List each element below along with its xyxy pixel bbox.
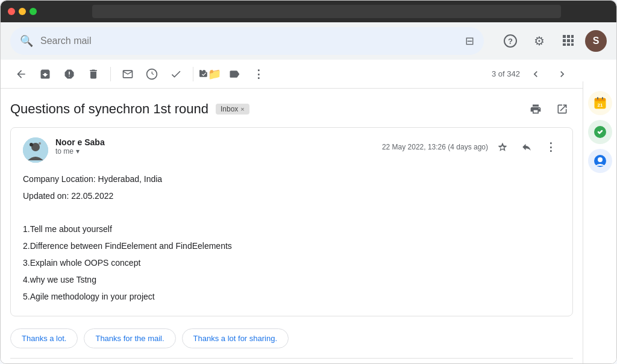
- email-message: Noor e Saba to me ▾ 22 May 2022, 13:26 (…: [10, 127, 573, 316]
- print-button[interactable]: [525, 98, 547, 120]
- email-date: 22 May 2022, 13:26 (4 days ago): [382, 143, 488, 151]
- close-dot[interactable]: [8, 8, 15, 15]
- prev-email-button[interactable]: [525, 63, 547, 85]
- svg-rect-5: [571, 39, 574, 42]
- chevron-down-icon: ▾: [76, 147, 80, 155]
- svg-rect-4: [567, 39, 570, 42]
- header-icons: ? ⚙ S: [498, 29, 607, 53]
- page-info: 3 of 342: [492, 69, 520, 78]
- svg-rect-8: [571, 43, 574, 46]
- filter-icon[interactable]: ⊟: [465, 34, 474, 48]
- svg-rect-2: [571, 35, 574, 38]
- toolbar-divider-1: [110, 67, 111, 81]
- back-button[interactable]: [10, 63, 32, 85]
- sender-info: Noor e Saba to me ▾: [55, 137, 382, 155]
- gmail-app: 🔍 ⊟ ? ⚙ S: [1, 22, 616, 364]
- help-button[interactable]: ?: [498, 29, 522, 53]
- user-avatar[interactable]: S: [585, 30, 607, 52]
- sender-to[interactable]: to me ▾: [55, 147, 382, 155]
- svg-point-20: [598, 157, 603, 162]
- sidebar-add-button[interactable]: +: [588, 361, 612, 364]
- svg-text:21: 21: [597, 102, 603, 108]
- svg-rect-7: [567, 43, 570, 46]
- gear-icon: ⚙: [534, 34, 545, 48]
- delete-button[interactable]: [83, 63, 104, 85]
- sidebar-tasks-button[interactable]: [588, 120, 612, 144]
- sender-name: Noor e Saba: [55, 137, 382, 147]
- reply-divider: [10, 358, 573, 359]
- svg-rect-16: [602, 97, 603, 99]
- svg-rect-1: [567, 35, 570, 38]
- apps-icon: [562, 34, 574, 48]
- svg-rect-14: [595, 98, 606, 101]
- move-to-button[interactable]: 📁: [199, 63, 221, 85]
- inbox-badge[interactable]: Inbox ×: [216, 104, 249, 115]
- svg-point-11: [30, 143, 33, 146]
- more-email-options[interactable]: ⋮: [541, 137, 560, 157]
- titlebar: [1, 1, 616, 22]
- help-icon: ?: [504, 34, 517, 48]
- window-controls: [8, 8, 37, 15]
- search-icon: 🔍: [20, 34, 33, 48]
- email-body: Company Location: Hyderabad, India Updat…: [23, 172, 560, 304]
- email-subject: Questions of synechron 1st round: [10, 101, 208, 117]
- quick-reply-thanks-mail[interactable]: Thanks for the mail.: [84, 328, 175, 348]
- email-header: Noor e Saba to me ▾ 22 May 2022, 13:26 (…: [23, 137, 560, 163]
- minimize-dot[interactable]: [19, 8, 26, 15]
- snooze-button[interactable]: [141, 63, 163, 85]
- toolbar-divider-2: [193, 67, 193, 81]
- quick-reply-thanks-sharing[interactable]: Thanks a lot for sharing.: [182, 328, 289, 348]
- open-in-new-button[interactable]: [551, 98, 573, 120]
- search-input[interactable]: [40, 36, 458, 46]
- more-options-button[interactable]: ⋮: [248, 63, 269, 85]
- reply-quick-button[interactable]: [517, 137, 536, 157]
- svg-rect-3: [563, 39, 566, 42]
- sender-avatar: [23, 137, 48, 163]
- mark-done-button[interactable]: [165, 63, 187, 85]
- quick-reply-thanks-lot[interactable]: Thanks a lot.: [10, 328, 78, 348]
- apps-button[interactable]: [556, 29, 580, 53]
- svg-rect-6: [563, 43, 566, 46]
- svg-point-12: [39, 142, 41, 145]
- settings-button[interactable]: ⚙: [527, 29, 551, 53]
- main-content: 📁 ⋮ 3 of 342: [1, 60, 616, 364]
- search-input-wrapper[interactable]: 🔍 ⊟: [10, 27, 484, 55]
- subject-right-icons: [525, 98, 573, 120]
- maximize-dot[interactable]: [30, 8, 37, 15]
- sidebar-contacts-button[interactable]: [588, 149, 612, 173]
- quick-replies: Thanks a lot. Thanks for the mail. Thank…: [10, 328, 573, 348]
- email-subject-row: Questions of synechron 1st round Inbox ×: [10, 89, 573, 127]
- report-spam-button[interactable]: [58, 63, 80, 85]
- titlebar-search-bar: [92, 5, 561, 18]
- sidebar-calendar-button[interactable]: 21: [588, 91, 612, 115]
- email-content: 📁 ⋮ 3 of 342: [1, 60, 616, 364]
- star-button[interactable]: [493, 137, 512, 157]
- next-email-button[interactable]: [551, 63, 573, 85]
- label-button[interactable]: [224, 63, 245, 85]
- search-bar: 🔍 ⊟ ? ⚙ S: [1, 22, 616, 60]
- right-sidebar: 21 + ›: [583, 81, 616, 364]
- archive-button[interactable]: [34, 63, 56, 85]
- mark-unread-button[interactable]: [117, 63, 139, 85]
- toolbar-right: 3 of 342: [492, 63, 573, 85]
- inbox-badge-remove[interactable]: ×: [240, 105, 244, 113]
- svg-rect-0: [563, 35, 566, 38]
- svg-rect-15: [597, 97, 598, 99]
- email-area: Questions of synechron 1st round Inbox ×: [1, 89, 583, 364]
- email-toolbar: 📁 ⋮ 3 of 342: [1, 60, 583, 89]
- email-meta: 22 May 2022, 13:26 (4 days ago) ⋮: [382, 137, 560, 157]
